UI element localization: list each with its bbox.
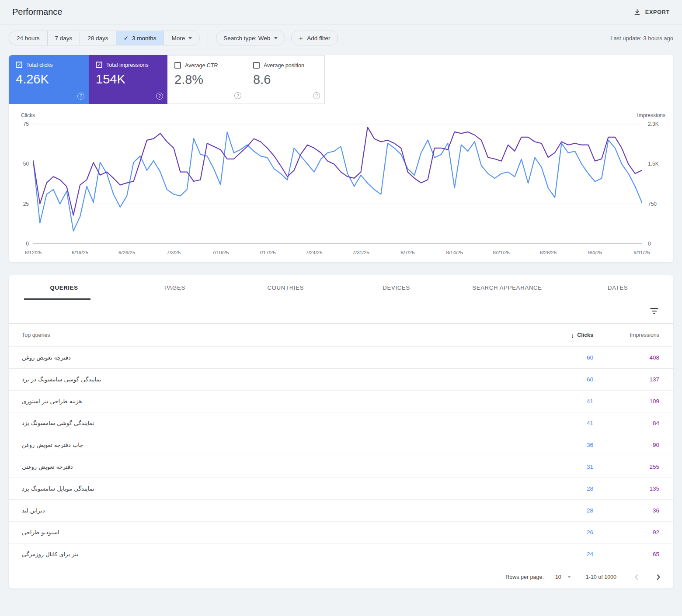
rows-per-page-label: Rows per page:: [505, 574, 544, 580]
table-row[interactable]: دفترچه تعویض روغنی 31 255: [9, 456, 673, 478]
chevron-down-icon: [188, 37, 192, 39]
tab-search-appearance[interactable]: SEARCH APPEARANCE: [452, 275, 562, 300]
impressions-cell: 84: [593, 420, 659, 426]
metric-value: 4.26K: [16, 72, 82, 87]
query-cell: دفترچه تعویض روغنی: [22, 464, 532, 470]
svg-text:8/21/25: 8/21/25: [493, 250, 510, 255]
export-button[interactable]: EXPORT: [633, 8, 670, 16]
query-cell: دفترچه تعویض روغن: [22, 354, 532, 361]
tab-queries[interactable]: QUERIES: [9, 275, 119, 300]
metric-average-ctr[interactable]: Average CTR 2.8% ?: [167, 55, 246, 104]
pagination-range: 1-10 of 1000: [586, 574, 616, 580]
table-row[interactable]: نمایندگی گوشی سامسونگ در یزد 60 137: [9, 369, 673, 391]
impressions-cell: 36: [593, 507, 659, 514]
query-cell: دیزاین لند: [22, 507, 532, 514]
column-header-impressions[interactable]: Impressions: [593, 332, 659, 338]
help-icon[interactable]: ?: [77, 93, 84, 100]
svg-text:7/17/25: 7/17/25: [259, 250, 275, 255]
download-icon: [633, 8, 641, 16]
impressions-cell: 92: [593, 529, 659, 536]
metric-label: Average CTR: [185, 62, 218, 69]
svg-text:1.5K: 1.5K: [648, 161, 659, 167]
chevron-down-icon: [567, 576, 571, 578]
svg-text:7/24/25: 7/24/25: [306, 250, 322, 255]
filter-list-icon: [650, 309, 658, 316]
metric-row: ✓ Total clicks 4.26K ? ✓ Total impressio…: [9, 55, 673, 104]
svg-text:9/4/25: 9/4/25: [588, 250, 602, 255]
table-row[interactable]: نمایندگی موبایل سامسونگ یزد 28 135: [9, 478, 673, 500]
svg-text:8/28/25: 8/28/25: [540, 250, 557, 255]
help-icon[interactable]: ?: [313, 92, 320, 99]
svg-text:6/19/25: 6/19/25: [72, 250, 88, 255]
clicks-cell: 36: [532, 442, 593, 448]
clicks-cell: 28: [532, 485, 593, 492]
table-row[interactable]: چاپ دفترچه تعویض روغن 36 90: [9, 434, 673, 456]
range-7-days[interactable]: 7 days: [48, 31, 80, 45]
svg-text:7/10/25: 7/10/25: [212, 250, 229, 255]
impressions-cell: 137: [593, 376, 659, 383]
table-toolbar: [9, 300, 673, 324]
table-row[interactable]: هزینه طراحی بنر استوری 41 109: [9, 391, 673, 412]
range-24-hours[interactable]: 24 hours: [9, 31, 48, 45]
query-cell: نمایندگی موبایل سامسونگ یزد: [22, 485, 532, 492]
chevron-left-icon: [632, 573, 641, 581]
column-header-top-queries[interactable]: Top queries: [22, 332, 532, 338]
table-row[interactable]: نمایندگی گوشی سامسونگ یزد 41 84: [9, 412, 673, 434]
next-page-button[interactable]: [653, 572, 664, 582]
svg-text:8/14/25: 8/14/25: [446, 250, 463, 255]
checkbox-checked-icon[interactable]: ✓: [16, 62, 22, 68]
metric-total-clicks[interactable]: ✓ Total clicks 4.26K ?: [9, 55, 89, 104]
range-more[interactable]: More: [164, 31, 199, 45]
clicks-cell: 60: [532, 376, 593, 383]
help-icon[interactable]: ?: [234, 92, 241, 99]
divider: [208, 31, 208, 45]
add-filter-chip[interactable]: + Add filter: [291, 31, 338, 45]
svg-text:0: 0: [648, 241, 651, 247]
impressions-cell: 255: [593, 464, 659, 470]
help-icon[interactable]: ?: [156, 93, 163, 100]
query-cell: نمایندگی گوشی سامسونگ یزد: [22, 420, 532, 426]
metric-label: Total clicks: [26, 62, 52, 68]
column-header-clicks[interactable]: ↓ Clicks: [532, 332, 593, 339]
metric-label: Total impressions: [106, 62, 149, 68]
query-cell: نمایندگی گوشی سامسونگ در یزد: [22, 376, 532, 383]
table-row[interactable]: بنر برای کانال روزمرگی 24 65: [9, 543, 673, 565]
clicks-cell: 41: [532, 398, 593, 405]
table-row[interactable]: دفترچه تعویض روغن 60 408: [9, 347, 673, 369]
svg-text:7/3/25: 7/3/25: [167, 250, 181, 255]
clicks-cell: 26: [532, 529, 593, 536]
checkbox-unchecked-icon[interactable]: [174, 62, 181, 69]
filter-table-button[interactable]: [648, 306, 660, 318]
tab-dates[interactable]: DATES: [563, 275, 673, 300]
date-range-group: 24 hours 7 days 28 days ✓ 3 months More: [9, 31, 200, 45]
metric-average-position[interactable]: Average position 8.6 ?: [246, 55, 325, 104]
svg-text:9/11/25: 9/11/25: [633, 250, 650, 255]
clicks-cell: 28: [532, 507, 593, 514]
range-3-months[interactable]: ✓ 3 months: [116, 31, 164, 45]
last-update-text: Last update: 3 hours ago: [610, 35, 673, 42]
metric-label: Average position: [264, 62, 304, 69]
previous-page-button[interactable]: [631, 572, 642, 582]
clicks-cell: 41: [532, 420, 593, 426]
tab-devices[interactable]: DEVICES: [341, 275, 452, 300]
svg-text:2.3K: 2.3K: [648, 121, 659, 127]
tab-countries[interactable]: COUNTRIES: [230, 275, 341, 300]
range-28-days[interactable]: 28 days: [80, 31, 116, 45]
table-row[interactable]: دیزاین لند 28 36: [9, 500, 673, 522]
check-icon: ✓: [124, 35, 129, 42]
chevron-down-icon: [274, 37, 278, 39]
tab-pages[interactable]: PAGES: [119, 275, 230, 300]
search-type-chip[interactable]: Search type: Web: [216, 31, 285, 45]
table-row[interactable]: استودیو طراحی 26 92: [9, 522, 673, 543]
performance-chart[interactable]: 752.3K501.5K2575000ClicksImpressions6/12…: [9, 104, 673, 262]
svg-text:50: 50: [23, 161, 29, 167]
metric-total-impressions[interactable]: ✓ Total impressions 154K ?: [89, 55, 167, 104]
checkbox-unchecked-icon[interactable]: [253, 62, 260, 69]
checkbox-checked-icon[interactable]: ✓: [96, 62, 102, 68]
svg-text:0: 0: [26, 241, 29, 247]
rows-per-page-select[interactable]: 10: [555, 574, 571, 580]
svg-text:75: 75: [23, 121, 29, 127]
svg-text:Clicks: Clicks: [21, 112, 35, 118]
export-label: EXPORT: [645, 9, 670, 15]
svg-text:6/12/25: 6/12/25: [25, 250, 42, 255]
